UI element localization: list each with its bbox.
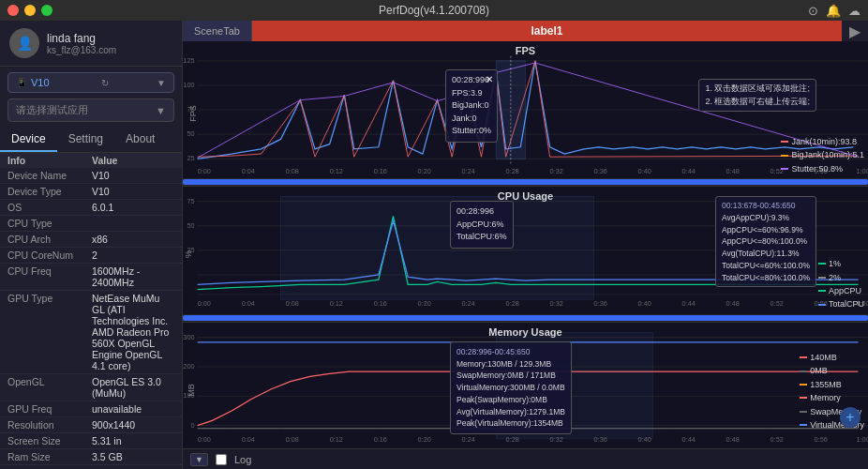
memory-chart-svg[interactable]: 300 200 100 0 0:00 0:04 0:08 0:12 0:16 0…: [183, 323, 868, 448]
svg-text:0:24: 0:24: [462, 300, 475, 309]
memory-chart-panel: Memory Usage MB 300 200 100 0: [183, 323, 868, 448]
info-key: OpenGL: [7, 376, 92, 399]
info-table-row: OpenGLOpenGL ES 3.0 (MuMu): [0, 374, 182, 401]
svg-text:0:40: 0:40: [638, 167, 651, 175]
cpu-scrollbar[interactable]: [183, 314, 868, 322]
svg-text:0:12: 0:12: [330, 300, 343, 309]
svg-text:0:16: 0:16: [374, 300, 387, 309]
fps-legend-jank: Jank(10min):93.8: [781, 135, 864, 148]
info-key: CPU Type: [7, 218, 92, 229]
tab-about[interactable]: About: [114, 128, 166, 152]
svg-text:0:24: 0:24: [462, 435, 475, 444]
fps-scrollbar[interactable]: [183, 178, 868, 186]
info-val: 5.31 in: [92, 435, 174, 446]
cpu-2pct-label: 2%: [829, 271, 841, 284]
mem-0-label: 0MB: [810, 364, 828, 377]
cpu-info-line7: TotalCPU<=80%:100.0%: [722, 272, 810, 284]
mem-1355-label: 1355MB: [810, 378, 842, 391]
cpu-info-line2: AvgAppCPU):9.3%: [722, 212, 810, 224]
user-email: ks_flz@163.com: [47, 45, 116, 55]
minimize-button[interactable]: [24, 5, 36, 16]
svg-text:200: 200: [183, 362, 194, 371]
info-val: [92, 218, 174, 229]
col-value: Value: [92, 155, 117, 166]
log-checkbox[interactable]: [216, 454, 227, 465]
svg-text:0: 0: [190, 421, 194, 430]
close-button[interactable]: [7, 5, 19, 16]
cpu-info-line3: AppCPU<=60%:96.9%: [722, 224, 810, 236]
info-val: NetEase MuMu GL (ATI Technologies Inc. A…: [92, 293, 174, 371]
fps-scrollbar-thumb[interactable]: [183, 179, 868, 185]
info-table-row: Resolution900x1440: [0, 417, 182, 433]
device-dropdown-icon[interactable]: ▼: [157, 78, 166, 88]
svg-text:0:24: 0:24: [462, 167, 475, 175]
cpu-info-line6: TotalCPU<=60%:100.0%: [722, 260, 810, 272]
mem-leg-0: 0MB: [800, 364, 864, 377]
svg-text:1:00: 1:00: [856, 435, 868, 444]
app-selector[interactable]: 请选择测试应用 ▼: [7, 98, 174, 122]
info-key: Device Name: [7, 170, 92, 181]
info-table-row: CPU Freq1600MHz - 2400MHz: [0, 264, 182, 291]
cpu-legend-1pct: 1%: [818, 257, 864, 270]
play-icon[interactable]: ▶: [849, 23, 861, 40]
svg-text:0:44: 0:44: [682, 167, 696, 175]
bell-icon[interactable]: 🔔: [826, 4, 841, 18]
svg-text:0:00: 0:00: [198, 435, 211, 444]
svg-text:0:40: 0:40: [638, 300, 651, 309]
info-table-row: CPU Archx86: [0, 232, 182, 248]
svg-text:0:48: 0:48: [726, 300, 740, 309]
appcpu-label: AppCPU: [829, 284, 861, 297]
add-chart-button[interactable]: +: [840, 407, 861, 428]
maximize-button[interactable]: [41, 5, 52, 16]
svg-text:300: 300: [183, 333, 194, 341]
cloud-icon[interactable]: ☁: [848, 4, 861, 18]
svg-text:0:20: 0:20: [418, 167, 431, 175]
svg-text:100: 100: [183, 81, 194, 89]
cpu-scrollbar-thumb[interactable]: [183, 315, 868, 321]
svg-text:0:32: 0:32: [550, 300, 563, 309]
cpu-chart-title: CPU Usage: [498, 190, 553, 202]
info-table-row: OS6.0.1: [0, 200, 182, 216]
device-icon: 📱: [16, 78, 27, 88]
svg-rect-52: [280, 197, 593, 300]
info-key: CPU Arch: [7, 234, 92, 245]
svg-text:0:44: 0:44: [682, 300, 696, 309]
info-key: CPU CoreNum: [7, 250, 92, 261]
info-val: unavailable: [92, 403, 174, 415]
cpu-info-line4: AppCPU<=80%:100.0%: [722, 235, 810, 248]
cpu-info-line1: 00:13:678-00:45:650: [722, 200, 810, 212]
info-table-row: GPU Frequnavailable: [0, 401, 182, 417]
svg-text:25: 25: [187, 154, 194, 162]
info-key: GPU Freq: [7, 403, 92, 415]
log-label: Log: [234, 454, 251, 465]
stutter-legend-label: Stutter:50.8%: [791, 162, 843, 175]
scene-tab[interactable]: SceneTab: [183, 21, 252, 41]
cpu-1pct-label: 1%: [829, 257, 841, 270]
app-dropdown-icon: ▼: [156, 105, 166, 116]
col-info: Info: [7, 155, 92, 166]
svg-text:0:28: 0:28: [506, 167, 519, 175]
window-title: PerfDog(v4.1.200708): [379, 4, 489, 17]
svg-text:0:36: 0:36: [594, 167, 607, 175]
cpu-legend-2pct: 2%: [818, 271, 864, 284]
info-key: Device Type: [7, 186, 92, 197]
mem-140-label: 140MB: [810, 351, 837, 364]
fps-y-label: FPS: [188, 105, 198, 122]
svg-text:0:16: 0:16: [374, 167, 387, 175]
svg-rect-77: [496, 332, 652, 438]
svg-text:0:12: 0:12: [330, 167, 343, 175]
info-table-row: GPU TypeNetEase MuMu GL (ATI Technologie…: [0, 291, 182, 374]
tab-device[interactable]: Device: [0, 128, 57, 152]
info-val: OpenGL ES 3.0 (MuMu): [92, 376, 174, 399]
info-table-row: Ram Size3.5 GB: [0, 449, 182, 465]
app-placeholder: 请选择测试应用: [16, 103, 88, 117]
info-table-row: CPU Type: [0, 216, 182, 232]
device-selector[interactable]: 📱 V10 ↻ ▼: [7, 72, 174, 93]
device-refresh-icon[interactable]: ↻: [101, 78, 109, 88]
tab-setting[interactable]: Setting: [57, 128, 114, 152]
scroll-down-button[interactable]: ▼: [190, 453, 208, 466]
svg-text:50: 50: [187, 129, 194, 138]
mem-virtual-color: [800, 424, 807, 426]
help-icon[interactable]: ⊙: [808, 4, 818, 18]
cpu-legend-totalcpu: TotalCPU: [818, 297, 864, 310]
